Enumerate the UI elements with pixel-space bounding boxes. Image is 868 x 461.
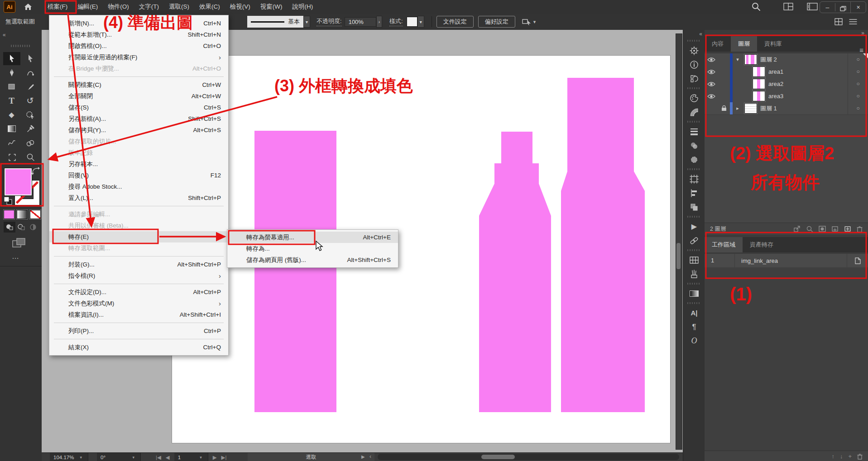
tools-grip[interactable] (11, 45, 31, 47)
vertical-scroll-thumb[interactable] (676, 243, 681, 269)
touch-workspace-icon[interactable] (834, 18, 843, 25)
horizontal-scrollbar[interactable] (378, 454, 679, 460)
pathfinder-panel-icon[interactable] (683, 200, 705, 214)
edit-toolbar-icon[interactable]: … (12, 252, 20, 261)
layer-thumbnail[interactable] (753, 91, 765, 101)
artboards-panel-icon[interactable] (683, 172, 705, 186)
menu-item-document-setup[interactable]: 文件設定(D)...Alt+Ctrl+P (49, 286, 228, 298)
zoom-tool[interactable] (22, 150, 39, 163)
swap-fill-stroke-icon[interactable] (31, 166, 40, 176)
screen-mode-icon[interactable] (12, 237, 27, 250)
opacity-label[interactable]: 不透明度: (317, 17, 342, 26)
menubar-type[interactable]: 文字(T) (134, 0, 164, 13)
layer-thumbnail[interactable] (744, 54, 757, 65)
layer-thumbnail[interactable] (744, 103, 757, 114)
first-artboard-button[interactable]: |◀ (156, 454, 161, 461)
rotation-dropdown[interactable]: 0° ▾ (97, 453, 141, 461)
layer-row[interactable]: area3 ○ (705, 90, 868, 103)
opentype-panel-icon[interactable]: O (683, 334, 705, 348)
layer-name[interactable]: area1 (768, 68, 783, 75)
direct-selection-tool[interactable] (22, 52, 39, 65)
default-fill-stroke-icon[interactable] (4, 196, 13, 205)
draw-normal-icon[interactable] (4, 222, 15, 233)
layer-row[interactable]: ▾ 圖層 2 ○ (705, 53, 868, 66)
stroke-style-dropdown[interactable]: 基本 (247, 16, 303, 28)
curvature-tool[interactable] (22, 66, 39, 79)
menu-item-save[interactable]: 儲存(S)Ctrl+S (49, 102, 228, 113)
opacity-field[interactable]: 100% (345, 17, 376, 27)
delete-layer-icon[interactable] (857, 226, 863, 233)
menubar-help[interactable]: 說明(H) (287, 0, 318, 13)
delete-artboard-icon[interactable] (857, 453, 863, 460)
minimize-button[interactable]: – (820, 2, 835, 13)
menu-item-export-for-screens[interactable]: 轉存為螢幕適用...Alt+Ctrl+E (227, 232, 398, 243)
menu-item-open[interactable]: 開啟舊檔(O)...Ctrl+O (49, 40, 228, 52)
version-history-panel-icon[interactable] (683, 71, 705, 86)
preferences-button[interactable]: 偏好設定 (478, 16, 515, 28)
layer-name[interactable]: 圖層 2 (760, 56, 777, 64)
visibility-eye-icon[interactable] (705, 57, 718, 62)
last-artboard-button[interactable]: ▶| (221, 454, 227, 461)
stroke-panel-icon[interactable] (683, 124, 705, 138)
style-swatch[interactable] (407, 17, 417, 27)
close-button[interactable]: × (850, 2, 866, 13)
none-button[interactable] (30, 210, 41, 219)
menu-item-scripts[interactable]: 指令檔(R)› (49, 270, 228, 281)
stroke-style-chevron[interactable]: ▾ (303, 16, 310, 28)
menu-item-new[interactable]: 新增(N)...Ctrl+N (49, 18, 228, 29)
menu-item-export[interactable]: 轉存(E)› (49, 231, 228, 242)
target-circle-icon[interactable]: ○ (848, 66, 868, 78)
menubar-edit[interactable]: 編輯(E) (72, 0, 103, 13)
shaper-tool[interactable] (22, 108, 39, 121)
swatches-panel-icon[interactable] (683, 253, 705, 267)
gradient-button[interactable] (17, 210, 28, 219)
target-circle-icon[interactable]: ○ (848, 90, 868, 102)
visibility-eye-icon[interactable] (705, 81, 718, 87)
move-artboard-up-icon[interactable]: ↑ (831, 453, 834, 460)
menu-item-search-adobe-stock[interactable]: 搜尋 Adobe Stock... (49, 181, 228, 192)
menu-item-close-all[interactable]: 全部關閉Alt+Ctrl+W (49, 90, 228, 102)
type-tool[interactable]: T (3, 94, 20, 107)
menubar-window[interactable]: 視窗(W) (255, 0, 288, 13)
menu-item-export-as[interactable]: 轉存為... (227, 243, 398, 254)
menu-item-save-for-web-legacy[interactable]: 儲存為網頁用 (舊版)...Alt+Shift+Ctrl+S (227, 254, 398, 266)
new-sublayer-icon[interactable] (831, 226, 839, 232)
paragraph-panel-icon[interactable]: ¶ (683, 320, 705, 334)
menu-item-open-recent[interactable]: 打開最近使用過的檔案(F)› (49, 52, 228, 63)
opacity-expand[interactable]: › (376, 16, 382, 28)
menu-item-save-as-template[interactable]: 另存範本... (49, 158, 228, 170)
search-icon[interactable] (752, 2, 761, 11)
collapse-strip-icon[interactable]: ‹ (369, 453, 371, 460)
rotate-tool[interactable]: ↺ (22, 94, 39, 107)
gradient-tool[interactable] (3, 122, 20, 135)
tab-layers[interactable]: 圖層 (731, 36, 757, 52)
horizontal-scroll-thumb[interactable] (481, 455, 515, 459)
links-panel-icon[interactable] (683, 233, 705, 247)
menubar-view[interactable]: 檢視(V) (225, 0, 255, 13)
menubar-file[interactable]: 檔案(F) (43, 0, 72, 13)
transparency-panel-icon[interactable] (683, 138, 705, 152)
menu-item-exit[interactable]: 結束(X)Ctrl+Q (49, 342, 228, 353)
style-chevron[interactable]: ▾ (417, 16, 424, 28)
collapse-panels-icon[interactable]: » (861, 30, 864, 36)
new-layer-icon[interactable] (844, 226, 851, 232)
next-artboard-button[interactable]: ▶ (213, 454, 217, 461)
status-expand-icon[interactable]: ▶ (361, 454, 365, 459)
lock-icon[interactable] (718, 105, 730, 111)
zoom-level-dropdown[interactable]: 104.17% ▾ (50, 453, 88, 461)
gradient-panel-icon[interactable] (683, 286, 705, 300)
menubar-select[interactable]: 選取(S) (164, 0, 194, 13)
artboard-nav-dropdown[interactable]: 1 ▾ (174, 453, 208, 461)
menu-item-new-from-template[interactable]: 從範本新增(T)...Shift+Ctrl+N (49, 29, 228, 40)
menu-item-place[interactable]: 置入(L)...Shift+Ctrl+P (49, 192, 228, 204)
tab-libraries[interactable]: 資料庫 (757, 36, 789, 52)
layer-thumbnail[interactable] (753, 67, 765, 77)
status-tool-indicator[interactable]: 選取 (248, 453, 374, 461)
layer-row[interactable]: area2 ○ (705, 78, 868, 90)
selection-options-icon[interactable] (683, 152, 705, 166)
actions-panel-icon[interactable]: ▶ (683, 219, 705, 233)
artboard-name[interactable]: img_link_area (735, 257, 778, 264)
color-guide-panel-icon[interactable] (683, 105, 705, 119)
expand-chevron-icon[interactable]: ▾ (733, 57, 743, 62)
layers-panel-menu-icon[interactable]: ≡ (859, 46, 863, 54)
